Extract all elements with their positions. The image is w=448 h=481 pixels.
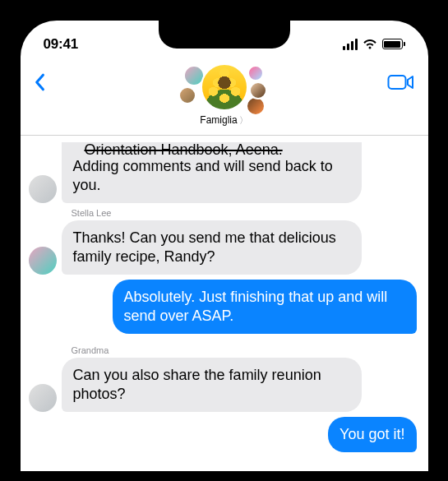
message-bubble[interactable]: Absolutely. Just finishing that up and w… [113,280,417,334]
status-indicators [343,39,405,50]
group-avatar-cluster [175,62,274,113]
message-row: Can you also share the family reunion ph… [29,358,420,412]
message-row: You got it! [29,417,417,452]
chat-thread[interactable]: Orientation Handbook, Aeena. Adding comm… [21,136,428,452]
sender-avatar-icon [29,175,57,203]
message-bubble[interactable]: Thanks! Can you send me that delicious f… [62,220,362,275]
cellular-signal-icon [343,39,358,50]
conversation-header[interactable]: Famiglia 〉 [175,62,274,127]
message-bubble[interactable]: Can you also share the family reunion ph… [62,358,362,412]
chevron-right-icon: 〉 [239,114,248,127]
message-row: Absolutely. Just finishing that up and w… [29,280,417,334]
message-text: You got it! [339,426,404,442]
message-text: Adding comments and will send back to yo… [73,158,333,193]
svg-rect-0 [388,76,405,89]
sender-avatar-icon [29,384,57,412]
nav-bar: Famiglia 〉 [21,62,428,136]
sender-avatar-icon [29,247,57,275]
group-name-row[interactable]: Famiglia 〉 [200,114,247,127]
back-button[interactable] [34,73,48,93]
sender-name: Stella Lee [72,208,420,218]
message-group: Stella Lee Thanks! Can you send me that … [29,208,420,275]
message-group: Grandma Can you also share the family re… [29,345,420,412]
status-time: 09:41 [44,36,78,53]
message-text-clipped: Orientation Handbook, Aeena. [73,142,350,157]
message-text: Can you also share the family reunion ph… [73,367,321,402]
message-bubble[interactable]: You got it! [328,417,416,452]
group-name: Famiglia [200,114,237,126]
participant-avatar-icon [178,86,196,104]
message-text: Absolutely. Just finishing that up and w… [124,289,388,324]
phone-frame: 09:41 [11,11,438,471]
participant-avatar-icon [247,65,264,81]
participant-avatar-icon [249,81,267,99]
message-text: Thanks! Can you send me that delicious f… [73,229,336,265]
message-row: Thanks! Can you send me that delicious f… [29,220,420,275]
message-row: Orientation Handbook, Aeena. Adding comm… [29,142,420,203]
sender-name: Grandma [72,345,420,355]
battery-icon [382,39,405,49]
notch [159,21,290,49]
facetime-button[interactable] [387,73,415,93]
group-avatar-icon [201,63,248,111]
message-bubble[interactable]: Orientation Handbook, Aeena. Adding comm… [62,142,362,203]
screen: 09:41 [21,21,428,471]
wifi-icon [363,39,377,50]
